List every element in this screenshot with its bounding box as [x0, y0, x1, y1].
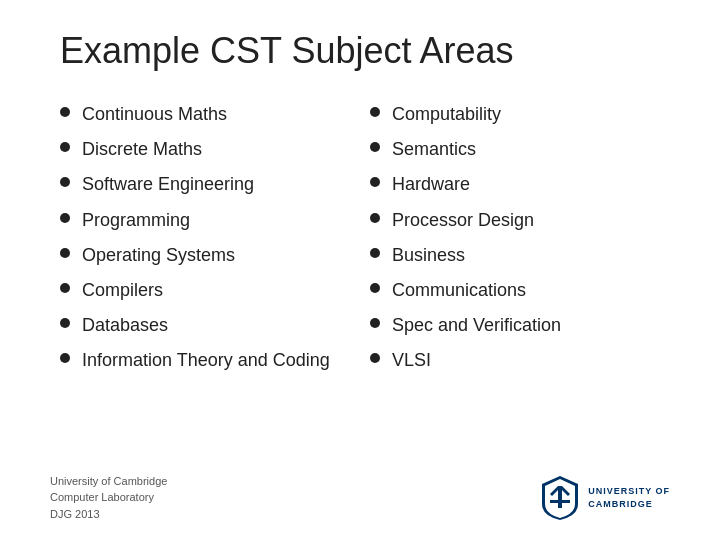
cambridge-text: UNIVERSITY OF CAMBRIDGE [588, 485, 670, 510]
bullet-icon [370, 353, 380, 363]
list-item-text: Operating Systems [82, 243, 235, 268]
bullet-icon [60, 283, 70, 293]
list-item: Communications [370, 278, 660, 303]
list-item-text: Continuous Maths [82, 102, 227, 127]
bullet-icon [60, 177, 70, 187]
footer-text: University of Cambridge Computer Laborat… [50, 473, 167, 523]
list-item-text: Semantics [392, 137, 476, 162]
cambridge-shield-icon [540, 474, 580, 522]
right-list: ComputabilitySemanticsHardwareProcessor … [370, 102, 660, 374]
bullet-icon [370, 283, 380, 293]
list-item: Programming [60, 208, 350, 233]
bullet-icon [60, 107, 70, 117]
cambridge-logo: UNIVERSITY OF CAMBRIDGE [540, 474, 670, 522]
list-item: Continuous Maths [60, 102, 350, 127]
list-item: Discrete Maths [60, 137, 350, 162]
bullet-icon [370, 213, 380, 223]
list-item: Business [370, 243, 660, 268]
left-list: Continuous MathsDiscrete MathsSoftware E… [60, 102, 350, 374]
list-item-text: VLSI [392, 348, 431, 373]
list-item: Hardware [370, 172, 660, 197]
list-item-text: Databases [82, 313, 168, 338]
list-item-text: Spec and Verification [392, 313, 561, 338]
list-item: Computability [370, 102, 660, 127]
footer-line1: University of Cambridge [50, 473, 167, 490]
cambridge-text-line2: CAMBRIDGE [588, 498, 670, 511]
right-column: ComputabilitySemanticsHardwareProcessor … [360, 102, 670, 384]
list-item-text: Information Theory and Coding [82, 348, 330, 373]
list-item-text: Programming [82, 208, 190, 233]
footer: University of Cambridge Computer Laborat… [50, 473, 670, 523]
slide-title: Example CST Subject Areas [60, 30, 670, 72]
bullet-icon [370, 177, 380, 187]
list-item: Operating Systems [60, 243, 350, 268]
bullet-icon [370, 248, 380, 258]
list-item-text: Processor Design [392, 208, 534, 233]
footer-line2: Computer Laboratory [50, 489, 167, 506]
svg-rect-0 [550, 500, 570, 503]
list-item-text: Hardware [392, 172, 470, 197]
bullet-icon [60, 142, 70, 152]
left-column: Continuous MathsDiscrete MathsSoftware E… [50, 102, 360, 384]
list-item: Spec and Verification [370, 313, 660, 338]
slide: Example CST Subject Areas Continuous Mat… [0, 0, 720, 540]
list-item: VLSI [370, 348, 660, 373]
list-item-text: Software Engineering [82, 172, 254, 197]
list-item: Semantics [370, 137, 660, 162]
bullet-icon [60, 318, 70, 328]
bullet-icon [370, 107, 380, 117]
list-item: Processor Design [370, 208, 660, 233]
cambridge-text-line1: UNIVERSITY OF [588, 485, 670, 498]
bullet-icon [60, 353, 70, 363]
list-item-text: Compilers [82, 278, 163, 303]
list-item-text: Business [392, 243, 465, 268]
footer-line3: DJG 2013 [50, 506, 167, 523]
list-item: Information Theory and Coding [60, 348, 350, 373]
bullet-icon [370, 318, 380, 328]
content-columns: Continuous MathsDiscrete MathsSoftware E… [50, 102, 670, 384]
bullet-icon [60, 248, 70, 258]
bullet-icon [60, 213, 70, 223]
list-item-text: Communications [392, 278, 526, 303]
bullet-icon [370, 142, 380, 152]
list-item: Compilers [60, 278, 350, 303]
list-item: Software Engineering [60, 172, 350, 197]
list-item-text: Discrete Maths [82, 137, 202, 162]
list-item: Databases [60, 313, 350, 338]
list-item-text: Computability [392, 102, 501, 127]
